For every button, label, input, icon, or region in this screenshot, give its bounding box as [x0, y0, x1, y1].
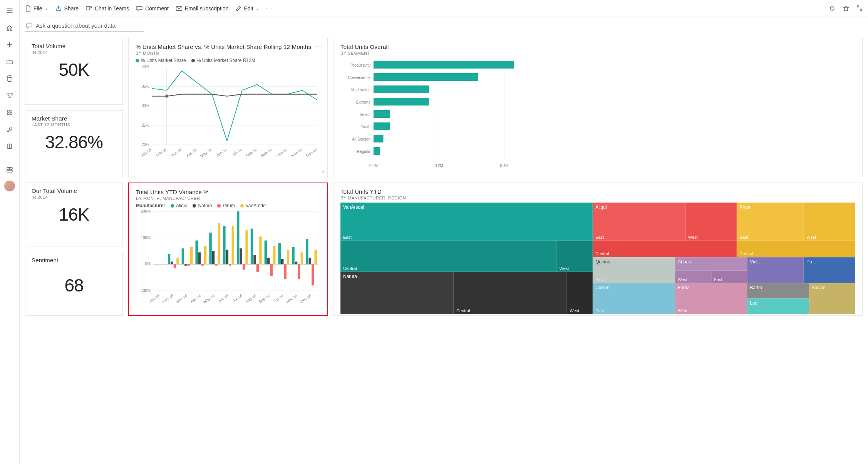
svg-text:Nov-14: Nov-14 — [290, 147, 303, 158]
svg-rect-8 — [86, 7, 90, 10]
kpi-value: 68 — [32, 264, 116, 297]
star-icon[interactable] — [843, 5, 850, 12]
svg-text:May-14: May-14 — [199, 147, 213, 158]
refresh-icon[interactable] — [829, 5, 836, 12]
mail-icon — [176, 6, 183, 11]
file-menu[interactable]: File ⌄ — [25, 5, 48, 12]
treemap-cell[interactable]: West — [804, 203, 855, 241]
legend-item: Natura — [198, 203, 212, 208]
treemap-cell[interactable]: Central — [454, 272, 567, 314]
folder-icon[interactable] — [2, 54, 17, 69]
treemap-cell[interactable]: East — [711, 271, 747, 283]
svg-rect-102 — [265, 241, 267, 265]
svg-text:0.2M: 0.2M — [435, 164, 443, 168]
add-icon[interactable] — [2, 37, 17, 52]
trophy-icon[interactable] — [2, 88, 17, 103]
treemap-cell[interactable]: West — [567, 272, 593, 314]
expand-icon[interactable] — [856, 5, 863, 12]
svg-rect-2 — [10, 110, 12, 112]
svg-rect-119 — [312, 264, 314, 285]
share-button[interactable]: Share — [55, 5, 79, 12]
top-toolbar: File ⌄ Share Chat in Teams Comment Email… — [20, 0, 868, 17]
card-variance-bars[interactable]: Total Units YTD Variance % BY MONTH, MAN… — [128, 183, 328, 316]
svg-rect-43 — [374, 73, 478, 81]
card-title: % Units Market Share vs. % Units Market … — [136, 44, 320, 50]
svg-rect-88 — [226, 250, 228, 265]
edit-button[interactable]: Edit ⌄ — [235, 5, 259, 12]
treemap-cell[interactable]: VanArsdelEast — [340, 203, 593, 241]
card-treemap[interactable]: Total Units YTD BY MANUFACTURER, REGION … — [333, 183, 863, 316]
card-sub: BY MONTH, MANUFACTURER — [136, 196, 320, 201]
chevron-down-icon: ⌄ — [45, 6, 48, 11]
svg-text:Dec-14: Dec-14 — [300, 293, 312, 304]
svg-rect-114 — [298, 264, 300, 279]
chat-teams-button[interactable]: Chat in Teams — [85, 5, 129, 12]
qa-input[interactable]: Ask a question about your data — [25, 21, 144, 32]
left-nav-rail — [0, 0, 20, 464]
chevron-down-icon: ⌄ — [256, 6, 259, 11]
treemap-cell[interactable]: Central — [737, 241, 855, 258]
apps-icon[interactable] — [2, 105, 17, 120]
treemap-cell[interactable]: West — [685, 203, 737, 241]
svg-rect-80 — [204, 246, 206, 264]
treemap-cell[interactable]: Natura — [340, 272, 454, 314]
svg-rect-110 — [287, 250, 289, 265]
kpi-total-volume[interactable]: Total Volume IN 2014 50K — [25, 38, 123, 105]
svg-rect-107 — [278, 243, 281, 264]
svg-rect-84 — [215, 264, 217, 265]
svg-text:0.0M: 0.0M — [369, 164, 378, 168]
home-icon[interactable] — [2, 20, 17, 35]
comment-label: Comment — [145, 5, 169, 12]
svg-rect-78 — [198, 252, 201, 264]
avatar[interactable] — [4, 181, 15, 191]
treemap-cell[interactable]: Central — [593, 241, 737, 258]
kpi-market-share[interactable]: Market Share LAST 12 MONTHS 32.86% — [25, 110, 123, 177]
kpi-value: 50K — [32, 55, 116, 82]
kpi-sentiment[interactable]: Sentiment 68 — [25, 252, 123, 316]
kpi-our-volume[interactable]: Our Total Volume IN 2014 16K — [25, 183, 123, 246]
legend-item: VanArsdel — [246, 203, 266, 208]
card-more-icon[interactable]: ··· — [315, 42, 323, 50]
treemap-cell[interactable]: CurrusEast — [593, 283, 675, 314]
more-icon: ··· — [266, 5, 273, 12]
svg-rect-74 — [188, 264, 190, 265]
book-icon[interactable] — [2, 139, 17, 154]
treemap-cell[interactable]: Salvus — [809, 283, 855, 314]
svg-text:-100%: -100% — [139, 288, 151, 293]
workspace-icon[interactable] — [2, 162, 17, 178]
treemap-cell[interactable]: Barba — [747, 283, 809, 299]
comment-button[interactable]: Comment — [136, 5, 169, 12]
card-title: Total Units Overall — [340, 44, 855, 50]
card-title: Total Units YTD — [340, 188, 855, 195]
treemap-cell[interactable]: QuibusEast — [593, 257, 675, 283]
treemap-cell[interactable]: West — [557, 241, 593, 272]
card-market-share-line[interactable]: ··· % Units Market Share vs. % Units Mar… — [128, 38, 328, 177]
svg-rect-4 — [10, 113, 12, 115]
treemap-cell[interactable]: Vict… — [747, 257, 804, 283]
svg-rect-77 — [196, 241, 198, 265]
treemap-cell[interactable]: West — [675, 271, 711, 283]
svg-rect-93 — [240, 248, 242, 264]
svg-rect-75 — [190, 247, 193, 265]
rocket-icon[interactable] — [2, 122, 17, 137]
treemap-cell[interactable]: Abbas — [675, 257, 747, 271]
svg-text:25%: 25% — [142, 123, 149, 127]
svg-rect-117 — [306, 239, 308, 264]
treemap-cell[interactable]: FamaWest — [675, 283, 747, 314]
focus-mode-icon[interactable]: ⤢ — [321, 169, 325, 174]
svg-rect-89 — [229, 264, 231, 265]
treemap-cell[interactable]: AliquiEast — [593, 203, 685, 241]
svg-rect-92 — [237, 211, 239, 264]
svg-rect-41 — [374, 61, 514, 69]
data-icon[interactable] — [2, 71, 17, 86]
card-units-by-segment[interactable]: Total Units Overall BY SEGMENT 0.0M0.2M0… — [333, 38, 863, 177]
treemap-cell[interactable]: Po… — [804, 257, 855, 283]
menu-icon[interactable] — [2, 3, 17, 18]
svg-rect-104 — [270, 264, 273, 276]
treemap-cell[interactable]: PirumEast — [737, 203, 804, 241]
more-button[interactable]: ··· — [266, 5, 273, 12]
kpi-title: Market Share — [32, 115, 116, 122]
treemap-cell[interactable]: Leo — [747, 298, 809, 314]
email-sub-button[interactable]: Email subscription — [176, 5, 229, 12]
treemap-cell[interactable]: Central — [340, 241, 557, 272]
